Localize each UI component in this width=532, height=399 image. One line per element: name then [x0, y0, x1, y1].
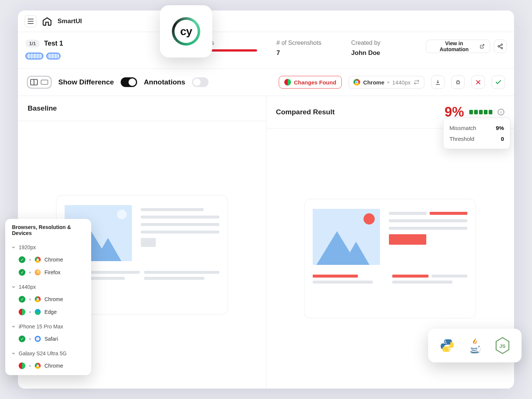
header-actions: View in Automation [426, 40, 507, 53]
browser-group-name: 1920px [19, 244, 36, 250]
cypress-badge-card: cy [160, 5, 212, 58]
share-button[interactable] [494, 40, 507, 53]
status-pass-icon: ✓ [19, 335, 25, 342]
chrome-icon [35, 296, 41, 302]
diff-icon [284, 79, 291, 86]
download-icon [435, 79, 441, 85]
svg-point-0 [501, 44, 502, 45]
resolution-value: 1440px [392, 79, 411, 86]
svg-point-7 [448, 349, 449, 350]
dot-separator [29, 259, 31, 261]
popover-val: 0 [501, 136, 504, 142]
annotations-label: Annotations [144, 78, 185, 86]
screenshots-label: # of Screenshots [276, 40, 329, 46]
browser-group-header[interactable]: Galaxy S24 Ultra 5G [9, 347, 87, 359]
status-pass-icon: ✓ [19, 296, 25, 303]
app-name: SmartUI [58, 18, 82, 25]
status-pass-icon: ✓ [19, 269, 25, 276]
reject-button[interactable] [471, 75, 485, 89]
menu-icon [28, 19, 34, 24]
browser-item[interactable]: Edge [9, 306, 87, 318]
chevron-down-icon [11, 351, 16, 356]
severity-bars [469, 110, 492, 114]
test-name: Test 1 [44, 40, 63, 47]
view-mode-switch[interactable] [27, 76, 52, 89]
browser-item[interactable]: ✓ Safari [9, 332, 87, 345]
browser-item[interactable]: ✓ Chrome [9, 293, 87, 306]
svg-point-2 [501, 47, 502, 49]
compared-text-lines [389, 209, 467, 265]
thumb-strip[interactable] [25, 53, 43, 59]
dot-separator [29, 311, 31, 313]
browser-resolution-chip[interactable]: Chrome 1440px [349, 76, 424, 89]
browser-item[interactable]: Chrome [9, 359, 87, 372]
test-header: 1/1 Test 1 Status # of Screenshots 7 Cre… [18, 32, 514, 69]
compared-title: Compared Result [276, 108, 335, 116]
status-diff-icon [19, 362, 25, 369]
changes-found-badge: Changes Found [279, 76, 342, 89]
browser-group-header[interactable]: 1440px [9, 281, 87, 293]
safari-icon [35, 336, 41, 342]
screenshots-value: 7 [276, 49, 329, 57]
chevron-down-icon [11, 245, 16, 250]
chevron-down-icon [11, 285, 16, 289]
status-pass-icon: ✓ [19, 256, 25, 263]
sdk-languages-card: JS [428, 329, 522, 362]
download-button[interactable] [431, 75, 445, 89]
bug-icon [455, 79, 461, 85]
browsers-panel-title: Browsers, Resolution & Devices [9, 224, 87, 239]
nodejs-icon: JS [494, 337, 511, 354]
screenshots-block: # of Screenshots 7 [276, 40, 329, 57]
approve-button[interactable] [492, 75, 505, 89]
browser-item-label: Safari [44, 336, 58, 342]
dot-separator [29, 299, 31, 300]
thumb-strip[interactable] [46, 53, 61, 59]
browser-name: Chrome [363, 79, 384, 86]
browser-item-label: Firefox [44, 269, 61, 275]
compared-thumb [313, 209, 380, 265]
baseline-text-lines [141, 205, 219, 261]
show-difference-toggle[interactable] [121, 77, 137, 87]
test-header-left: 1/1 Test 1 [25, 40, 182, 59]
compare-toolbar: Show Difference Annotations Changes Foun… [18, 69, 514, 96]
createdby-block: Created by John Doe [351, 40, 403, 57]
popover-val: 9% [496, 125, 504, 131]
app-logo-icon [42, 16, 52, 27]
check-icon [495, 79, 502, 86]
browser-group-header[interactable]: 1920px [9, 241, 87, 253]
menu-button[interactable] [25, 15, 37, 27]
browser-item[interactable]: ✓ Chrome [9, 253, 87, 266]
compared-preview-card [304, 199, 476, 318]
browser-group-name: 1440px [19, 284, 36, 290]
chevron-down-icon [11, 324, 16, 329]
view-in-automation-button[interactable]: View in Automation [426, 40, 490, 53]
info-icon[interactable] [498, 109, 504, 115]
chrome-icon [353, 79, 360, 86]
changes-found-text: Changes Found [294, 79, 336, 86]
chrome-icon [35, 363, 41, 369]
createdby-label: Created by [351, 40, 403, 46]
swap-icon [414, 79, 420, 85]
firefox-icon [35, 269, 41, 275]
share-icon [497, 43, 503, 49]
browser-group-name: iPhone 15 Pro Max [19, 324, 63, 330]
edge-icon [35, 309, 41, 315]
dot-separator [29, 365, 31, 367]
single-view-icon[interactable] [40, 78, 49, 86]
thumbnail-strips[interactable] [25, 53, 182, 59]
browser-item[interactable]: ✓ Firefox [9, 266, 87, 279]
split-view-icon[interactable] [30, 78, 38, 86]
annotations-toggle[interactable] [192, 77, 208, 87]
createdby-value: John Doe [351, 49, 403, 57]
popover-key: Threshold [449, 136, 474, 142]
dot-separator [29, 338, 31, 340]
browsers-panel: Browsers, Resolution & Devices 1920px ✓ … [5, 219, 91, 375]
dot-separator [29, 272, 31, 273]
view-in-automation-label: View in Automation [432, 40, 477, 52]
browser-group-header[interactable]: iPhone 15 Pro Max [9, 321, 87, 332]
show-difference-label: Show Difference [58, 78, 114, 86]
status-diff-icon [19, 309, 25, 315]
bug-button[interactable] [451, 75, 465, 89]
test-count-pill: 1/1 [25, 40, 40, 47]
mismatch-popover: Missmatch9% Threshold0 [443, 118, 510, 149]
